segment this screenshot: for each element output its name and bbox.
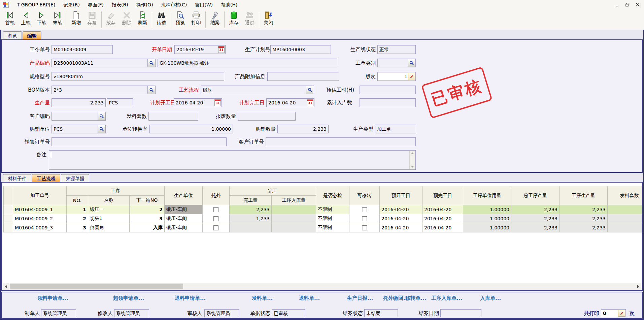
next-record-button[interactable]: 下笔 bbox=[34, 10, 49, 30]
transferable-checkbox[interactable] bbox=[362, 216, 367, 221]
last-record-button[interactable]: 末笔 bbox=[49, 10, 65, 30]
remark-textarea[interactable] bbox=[49, 150, 416, 170]
menu-window[interactable]: 窗口(W) bbox=[191, 1, 217, 9]
material-sets-field[interactable] bbox=[148, 112, 198, 121]
row-selector[interactable] bbox=[4, 223, 13, 232]
production-plan-no-label: 生产计划号 bbox=[235, 45, 270, 54]
calendar-icon[interactable]: 31 bbox=[218, 46, 225, 53]
inventory-button[interactable]: 库存 bbox=[226, 10, 242, 30]
lookup-icon[interactable] bbox=[98, 113, 105, 120]
tab-edit[interactable]: 编辑 bbox=[23, 31, 41, 40]
est-hours-field[interactable] bbox=[360, 86, 416, 94]
refresh-button[interactable]: 刷新 bbox=[135, 10, 150, 30]
menu-report[interactable]: 报表(R) bbox=[108, 1, 132, 9]
menu-record[interactable]: 记录(R) bbox=[59, 1, 84, 9]
total-in-qty-field[interactable] bbox=[360, 98, 416, 107]
text-caret bbox=[51, 152, 51, 158]
row-selector[interactable] bbox=[4, 214, 13, 223]
filter-button[interactable]: 筛选 bbox=[154, 10, 169, 30]
transferable-checkbox[interactable] bbox=[362, 207, 367, 212]
product-code-field[interactable]: D250001003A11 bbox=[52, 59, 156, 67]
new-button[interactable]: 新增 bbox=[68, 10, 84, 30]
lookup-icon[interactable] bbox=[408, 59, 415, 67]
link-issue-doc[interactable]: 发料单... bbox=[252, 295, 273, 301]
print-button[interactable]: 打印 bbox=[188, 10, 204, 30]
bom-version-field[interactable]: 2*3 bbox=[52, 86, 156, 94]
sales-order-no-field[interactable] bbox=[52, 137, 227, 146]
production-type-field[interactable]: 加工单 bbox=[375, 125, 416, 133]
link-material-request[interactable]: 领料申请单... bbox=[37, 295, 68, 301]
menu-operation[interactable]: 操作(O) bbox=[132, 1, 157, 9]
first-record-button[interactable]: 首笔 bbox=[2, 10, 18, 30]
lookup-icon[interactable] bbox=[306, 86, 313, 94]
customer-code-field[interactable] bbox=[52, 112, 106, 121]
plan-start-field[interactable]: 2016-04-2031 bbox=[174, 98, 222, 107]
menu-flow-audit[interactable]: 流程审核(C) bbox=[157, 1, 191, 9]
menu-tgroup-erp[interactable]: T-GROUP ERP(E) bbox=[13, 1, 59, 9]
close-case-button[interactable]: 结案 bbox=[207, 10, 223, 30]
transferable-checkbox[interactable] bbox=[362, 225, 367, 230]
horizontal-scrollbar[interactable] bbox=[3, 283, 641, 290]
production-unit-field[interactable]: PCS bbox=[107, 98, 133, 107]
col-process-output: 工序生产量 bbox=[560, 186, 608, 205]
sales-qty-field[interactable]: 2,233 bbox=[277, 125, 329, 133]
work-order-no-field[interactable]: M01604-0009 bbox=[52, 45, 113, 54]
tab-material-components[interactable]: 材料子件 bbox=[3, 174, 31, 183]
discard-button: 放弃 bbox=[103, 10, 119, 30]
menu-help[interactable]: 帮助(H) bbox=[217, 1, 241, 9]
conversion-rate-field[interactable]: 1.00000 bbox=[149, 125, 233, 133]
product-name-field[interactable]: GK-100WB散热器-锻压 bbox=[158, 59, 337, 67]
prev-record-button[interactable]: 上笔 bbox=[18, 10, 34, 30]
lookup-icon[interactable] bbox=[147, 59, 155, 67]
preview-button[interactable]: 预览 bbox=[172, 10, 188, 30]
sales-unit-field[interactable]: PCS bbox=[52, 125, 106, 133]
edit-pen-icon[interactable] bbox=[408, 73, 415, 80]
line-status-field[interactable]: 正常 bbox=[377, 45, 416, 54]
calendar-icon[interactable]: 31 bbox=[214, 99, 221, 106]
tab-process-flow[interactable]: 工艺流程 bbox=[32, 174, 60, 183]
plan-finish-field[interactable]: 2016-04-2031 bbox=[266, 98, 314, 107]
scrap-qty-field[interactable] bbox=[238, 112, 296, 121]
save-button: 存盘 bbox=[84, 10, 100, 30]
order-category-field[interactable] bbox=[377, 59, 416, 67]
link-return-request[interactable]: 退料申请单... bbox=[175, 295, 206, 301]
edit-pen-icon[interactable] bbox=[618, 310, 625, 317]
close-icon[interactable] bbox=[633, 1, 643, 8]
link-production-daily[interactable]: 生产日报... bbox=[347, 295, 373, 301]
lookup-icon[interactable] bbox=[147, 86, 155, 94]
spec-model-field[interactable]: ⌀180*80mm bbox=[52, 72, 224, 81]
exit-button[interactable]: 关闭 bbox=[261, 10, 276, 30]
restore-icon[interactable] bbox=[622, 1, 633, 8]
scroll-down-icon[interactable] bbox=[410, 165, 415, 169]
scroll-left-icon[interactable] bbox=[3, 283, 9, 290]
process-flow-field[interactable]: 锻压 bbox=[201, 86, 314, 94]
link-over-request[interactable]: 超领申请单... bbox=[113, 295, 144, 301]
scroll-up-icon[interactable] bbox=[410, 151, 415, 155]
link-transfer-doc[interactable]: 移转单... bbox=[405, 295, 426, 301]
menu-interface[interactable]: 界面(F) bbox=[84, 1, 108, 9]
customer-order-no-field[interactable] bbox=[266, 137, 416, 146]
detail-tabs: 材料子件 工艺流程 来源单据 bbox=[3, 174, 90, 183]
col-outsourced: 托外 bbox=[203, 186, 230, 205]
link-inbound-doc[interactable]: 入库单... bbox=[480, 295, 501, 301]
outsourced-checkbox[interactable] bbox=[213, 207, 218, 212]
scroll-right-icon[interactable] bbox=[635, 283, 641, 290]
row-selector[interactable] bbox=[4, 205, 13, 214]
tab-browse[interactable]: 浏览 bbox=[3, 31, 22, 40]
production-qty-field[interactable]: 2,233 bbox=[52, 98, 106, 107]
tab-source-documents[interactable]: 来源单据 bbox=[61, 174, 89, 183]
link-process-inbound[interactable]: 工序入库单... bbox=[431, 295, 462, 301]
print-count-field[interactable]: 0 bbox=[601, 309, 626, 317]
order-date-field[interactable]: 2016-04-1931 bbox=[174, 45, 226, 54]
scrollbar-thumb[interactable] bbox=[10, 284, 183, 289]
outsourced-checkbox[interactable] bbox=[213, 216, 218, 221]
link-return-doc[interactable]: 退料单... bbox=[299, 295, 320, 301]
production-plan-no-field[interactable]: MP1604-0003 bbox=[270, 45, 331, 54]
selected-cell[interactable]: 锻压-车间 bbox=[165, 205, 203, 214]
calendar-icon[interactable]: 31 bbox=[307, 99, 313, 106]
version-field[interactable]: 1 bbox=[377, 72, 416, 81]
outsourced-checkbox[interactable] bbox=[213, 225, 218, 230]
product-extra-field[interactable] bbox=[267, 72, 339, 81]
lookup-icon[interactable] bbox=[98, 125, 105, 133]
minimize-icon[interactable] bbox=[612, 1, 622, 8]
